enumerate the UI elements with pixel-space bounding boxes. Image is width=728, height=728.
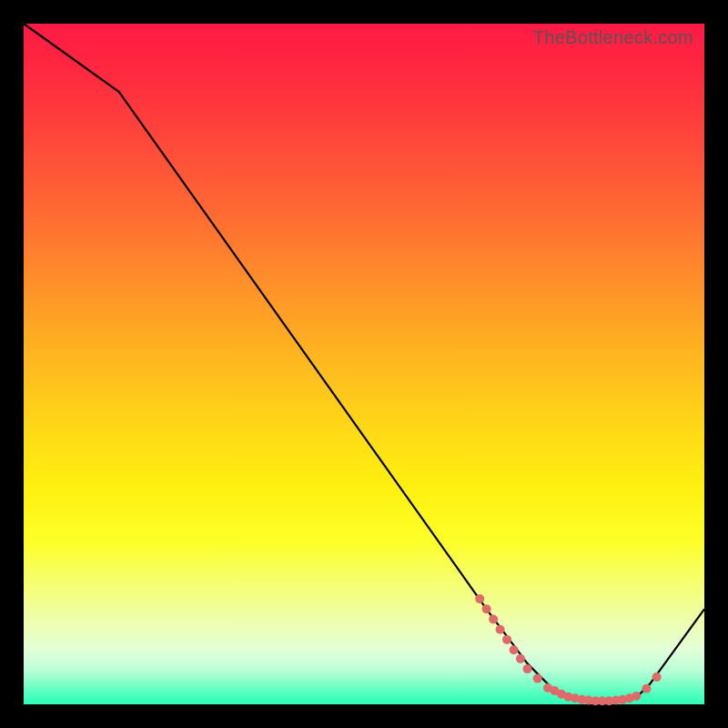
marker-dot — [482, 604, 491, 613]
chart-svg — [24, 24, 704, 704]
chart-container: TheBottleneck.com — [0, 0, 728, 728]
marker-dot — [533, 674, 542, 683]
marker-dot — [516, 654, 525, 663]
marker-dot — [523, 664, 532, 673]
marker-dot — [510, 645, 519, 654]
bottleneck-curve-line — [24, 24, 704, 701]
marker-dot — [496, 625, 505, 634]
curve-path — [24, 24, 704, 701]
marker-dot — [502, 635, 511, 644]
marker-dot — [642, 684, 651, 693]
marker-dot — [632, 692, 641, 701]
plot-area: TheBottleneck.com — [24, 24, 704, 704]
marker-dot — [489, 615, 498, 624]
marker-dot — [652, 672, 662, 682]
marker-dot — [475, 594, 484, 603]
highlight-markers — [475, 594, 661, 705]
